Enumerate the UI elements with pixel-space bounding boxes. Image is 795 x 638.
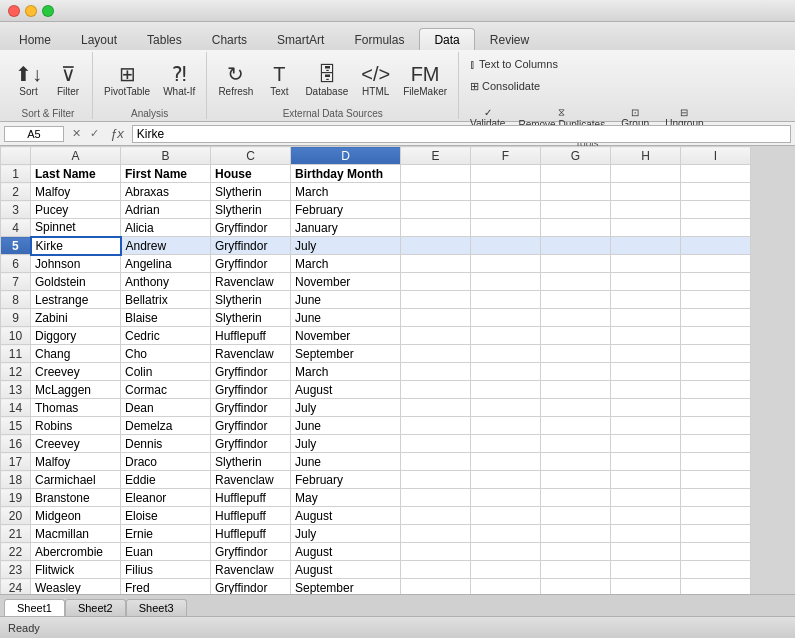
row-number-14[interactable]: 14	[1, 399, 31, 417]
cell-H11[interactable]	[611, 345, 681, 363]
cell-C6[interactable]: Gryffindor	[211, 255, 291, 273]
cell-A6[interactable]: Johnson	[31, 255, 121, 273]
row-number-10[interactable]: 10	[1, 327, 31, 345]
row-number-18[interactable]: 18	[1, 471, 31, 489]
cell-B18[interactable]: Eddie	[121, 471, 211, 489]
cell-C5[interactable]: Gryffindor	[211, 237, 291, 255]
ribbon-tab-review[interactable]: Review	[475, 28, 544, 50]
what-if-button[interactable]: ⁈ What-If	[158, 54, 200, 106]
cell-I8[interactable]	[681, 291, 751, 309]
cell-G14[interactable]	[541, 399, 611, 417]
col-header-D[interactable]: D	[291, 147, 401, 165]
cell-B13[interactable]: Cormac	[121, 381, 211, 399]
cell-C4[interactable]: Gryffindor	[211, 219, 291, 237]
cell-D6[interactable]: March	[291, 255, 401, 273]
row-number-11[interactable]: 11	[1, 345, 31, 363]
cell-E14[interactable]	[401, 399, 471, 417]
cell-I11[interactable]	[681, 345, 751, 363]
cell-G17[interactable]	[541, 453, 611, 471]
cell-H4[interactable]	[611, 219, 681, 237]
cell-B7[interactable]: Anthony	[121, 273, 211, 291]
cell-D15[interactable]: June	[291, 417, 401, 435]
cell-D12[interactable]: March	[291, 363, 401, 381]
cell-A9[interactable]: Zabini	[31, 309, 121, 327]
cell-H15[interactable]	[611, 417, 681, 435]
cell-H20[interactable]	[611, 507, 681, 525]
col-header-B[interactable]: B	[121, 147, 211, 165]
cell-D18[interactable]: February	[291, 471, 401, 489]
cell-A14[interactable]: Thomas	[31, 399, 121, 417]
cell-C11[interactable]: Ravenclaw	[211, 345, 291, 363]
formula-confirm-button[interactable]: ✓	[86, 126, 102, 142]
cell-C3[interactable]: Slytherin	[211, 201, 291, 219]
cell-D1[interactable]: Birthday Month	[291, 165, 401, 183]
cell-I7[interactable]	[681, 273, 751, 291]
ribbon-tab-charts[interactable]: Charts	[197, 28, 262, 50]
col-header-G[interactable]: G	[541, 147, 611, 165]
cell-D20[interactable]: August	[291, 507, 401, 525]
cell-B3[interactable]: Adrian	[121, 201, 211, 219]
cell-G11[interactable]	[541, 345, 611, 363]
cell-B2[interactable]: Abraxas	[121, 183, 211, 201]
cell-I18[interactable]	[681, 471, 751, 489]
cell-A23[interactable]: Flitwick	[31, 561, 121, 579]
row-number-4[interactable]: 4	[1, 219, 31, 237]
cell-reference-input[interactable]	[4, 126, 64, 142]
row-number-21[interactable]: 21	[1, 525, 31, 543]
window-controls[interactable]	[8, 5, 54, 17]
cell-H22[interactable]	[611, 543, 681, 561]
cell-H14[interactable]	[611, 399, 681, 417]
cell-A19[interactable]: Branstone	[31, 489, 121, 507]
cell-E23[interactable]	[401, 561, 471, 579]
cell-I13[interactable]	[681, 381, 751, 399]
cell-G6[interactable]	[541, 255, 611, 273]
ribbon-tab-home[interactable]: Home	[4, 28, 66, 50]
cell-A16[interactable]: Creevey	[31, 435, 121, 453]
cell-B16[interactable]: Dennis	[121, 435, 211, 453]
cell-E21[interactable]	[401, 525, 471, 543]
cell-H12[interactable]	[611, 363, 681, 381]
cell-G4[interactable]	[541, 219, 611, 237]
cell-F1[interactable]	[471, 165, 541, 183]
cell-E17[interactable]	[401, 453, 471, 471]
cell-H8[interactable]	[611, 291, 681, 309]
row-number-9[interactable]: 9	[1, 309, 31, 327]
row-number-17[interactable]: 17	[1, 453, 31, 471]
cell-H18[interactable]	[611, 471, 681, 489]
cell-G23[interactable]	[541, 561, 611, 579]
cell-B12[interactable]: Colin	[121, 363, 211, 381]
cell-D13[interactable]: August	[291, 381, 401, 399]
cell-B22[interactable]: Euan	[121, 543, 211, 561]
html-button[interactable]: </> HTML	[356, 54, 395, 106]
cell-G18[interactable]	[541, 471, 611, 489]
cell-E5[interactable]	[401, 237, 471, 255]
cell-A2[interactable]: Malfoy	[31, 183, 121, 201]
pivot-table-button[interactable]: ⊞ PivotTable	[99, 54, 155, 106]
cell-I23[interactable]	[681, 561, 751, 579]
cell-G2[interactable]	[541, 183, 611, 201]
cell-G16[interactable]	[541, 435, 611, 453]
cell-C2[interactable]: Slytherin	[211, 183, 291, 201]
ribbon-tab-formulas[interactable]: Formulas	[339, 28, 419, 50]
cell-H1[interactable]	[611, 165, 681, 183]
cell-G24[interactable]	[541, 579, 611, 595]
cell-I15[interactable]	[681, 417, 751, 435]
cell-H10[interactable]	[611, 327, 681, 345]
row-number-6[interactable]: 6	[1, 255, 31, 273]
text-button[interactable]: T Text	[261, 54, 297, 106]
ribbon-tab-layout[interactable]: Layout	[66, 28, 132, 50]
cell-E11[interactable]	[401, 345, 471, 363]
cell-A7[interactable]: Goldstein	[31, 273, 121, 291]
cell-F7[interactable]	[471, 273, 541, 291]
maximize-button[interactable]	[42, 5, 54, 17]
cell-E7[interactable]	[401, 273, 471, 291]
formula-input[interactable]	[132, 125, 791, 143]
cell-A24[interactable]: Weasley	[31, 579, 121, 595]
cell-F22[interactable]	[471, 543, 541, 561]
refresh-button[interactable]: ↻ Refresh	[213, 54, 258, 106]
ribbon-tab-smartart[interactable]: SmartArt	[262, 28, 339, 50]
minimize-button[interactable]	[25, 5, 37, 17]
cell-I14[interactable]	[681, 399, 751, 417]
cell-G7[interactable]	[541, 273, 611, 291]
cell-I24[interactable]	[681, 579, 751, 595]
